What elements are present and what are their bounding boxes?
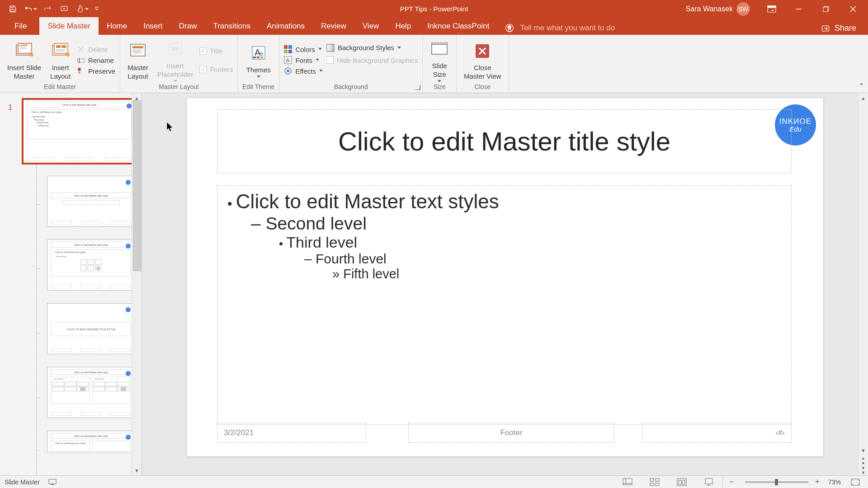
ribbon-display-options-button[interactable]	[758, 0, 785, 18]
group-label-master-layout: Master Layout	[159, 83, 199, 92]
svg-rect-0	[11, 6, 14, 8]
body-level-4: Fourth level	[304, 251, 781, 267]
slide-master-thumbnail[interactable]: Click to edit Master title style • Click…	[23, 99, 132, 163]
body-level-1: Click to edit Master text styles	[227, 190, 781, 213]
tab-view[interactable]: View	[354, 17, 387, 35]
close-master-view-button[interactable]: Close Master View	[461, 40, 504, 81]
title-bar-right: Sara Wanasek SW	[686, 0, 868, 18]
master-title-placeholder[interactable]: Click to edit Master title style	[217, 109, 792, 173]
group-label-edit-master: Edit Master	[44, 83, 76, 92]
tab-home[interactable]: Home	[99, 17, 135, 35]
tab-help[interactable]: Help	[387, 17, 419, 35]
svg-rect-69	[650, 483, 654, 486]
group-master-layout: Master Layout Insert Placeholder Title F…	[120, 35, 238, 93]
start-from-beginning-button[interactable]	[55, 0, 73, 18]
canvas-vertical-scrollbar[interactable]: ▲ ▼ ▲▲ ▼▼	[858, 93, 868, 475]
insert-slide-master-button[interactable]: ✶ Insert Slide Master	[5, 40, 44, 81]
user-name[interactable]: Sara Wanasek	[686, 5, 733, 13]
master-layout-icon	[128, 42, 147, 61]
tab-transitions[interactable]: Transitions	[205, 17, 259, 35]
insert-placeholder-icon	[166, 40, 185, 59]
tab-review[interactable]: Review	[313, 17, 354, 35]
next-slide-button[interactable]: ▼▼	[861, 465, 866, 475]
fit-to-window-button[interactable]	[847, 476, 863, 488]
title-checkbox: Title	[199, 47, 233, 55]
slideshow-view-button[interactable]	[695, 476, 722, 488]
master-layout-button[interactable]: Master Layout	[125, 40, 151, 81]
insert-layout-icon: ✶	[51, 42, 70, 61]
layout-thumbnail[interactable]: Click to edit Master title style • Click…	[47, 431, 132, 452]
svg-rect-44	[257, 56, 259, 58]
colors-button[interactable]: Colors	[284, 45, 323, 53]
group-label-edit-theme: Edit Theme	[242, 83, 274, 92]
svg-rect-68	[656, 479, 659, 481]
restore-button[interactable]	[812, 0, 840, 18]
tab-insert[interactable]: Insert	[135, 17, 171, 35]
display-settings-icon[interactable]	[48, 478, 57, 487]
group-edit-theme: Aa Themes Edit Theme	[238, 35, 279, 93]
ribbon-tabs: File Slide Master Home Insert Draw Trans…	[0, 18, 868, 35]
zoom-slider[interactable]	[745, 481, 808, 483]
slide-canvas-area[interactable]: INKИOE Edu Click to edit Master title st…	[142, 93, 868, 475]
tab-animations[interactable]: Animations	[259, 17, 313, 35]
mouse-cursor-icon	[166, 122, 174, 131]
scrollbar-thumb[interactable]	[133, 100, 141, 271]
insert-layout-button[interactable]: ✶ Insert Layout	[47, 40, 73, 81]
svg-rect-24	[61, 45, 66, 48]
fonts-button[interactable]: A Fonts	[284, 56, 323, 64]
user-avatar[interactable]: SW	[736, 2, 750, 16]
reading-view-button[interactable]	[668, 476, 695, 488]
svg-text:✶: ✶	[65, 51, 70, 59]
body-level-5: Fifth level	[332, 267, 781, 282]
undo-button[interactable]	[22, 0, 40, 18]
prev-slide-button[interactable]: ▲▲	[861, 455, 866, 465]
svg-rect-48	[284, 50, 288, 53]
scroll-down-button[interactable]: ▼	[132, 465, 142, 475]
tab-slide-master[interactable]: Slide Master	[39, 17, 98, 35]
layout-thumbnail[interactable]: Click to edit Master title style Second …	[47, 367, 132, 418]
collapse-ribbon-button[interactable]: ⌃	[859, 82, 864, 90]
redo-button[interactable]	[40, 0, 55, 18]
scroll-up-button[interactable]: ▲	[859, 93, 868, 103]
preserve-button[interactable]: Preserve	[77, 67, 115, 75]
zoom-in-button[interactable]: +	[813, 477, 822, 487]
background-dialog-launcher[interactable]	[415, 84, 420, 90]
zoom-slider-thumb[interactable]	[775, 479, 778, 485]
layout-thumbnail[interactable]: Click to edit Master title style	[47, 176, 132, 227]
slide-number-placeholder[interactable]: ‹#›	[642, 423, 792, 443]
scroll-down-button[interactable]: ▼	[861, 446, 866, 455]
layout-thumbnail[interactable]: Click to edit Master title style • Click…	[47, 239, 132, 291]
touch-mouse-mode-button[interactable]	[73, 0, 91, 18]
minimize-button[interactable]	[785, 0, 812, 18]
tab-inknoe-classpoint[interactable]: Inknoe ClassPoint	[419, 17, 497, 35]
slide-sorter-view-button[interactable]	[641, 476, 668, 488]
footer-placeholder[interactable]: Footer	[408, 423, 614, 443]
share-button[interactable]: Share	[809, 23, 868, 35]
thumbnail-scrollbar[interactable]: ▲ ▼	[132, 93, 142, 475]
chevron-down-icon	[397, 47, 401, 49]
group-background: Colors A Fonts Effects Background Sty	[279, 35, 423, 93]
date-placeholder[interactable]: 3/2/2021	[217, 423, 366, 443]
background-styles-button[interactable]: Background Styles	[326, 44, 418, 52]
effects-button[interactable]: Effects	[284, 67, 323, 75]
close-window-button[interactable]	[840, 0, 867, 18]
tell-me-search[interactable]: Tell me what you want to do	[497, 23, 622, 35]
themes-button[interactable]: Aa Themes	[244, 42, 274, 78]
tab-file[interactable]: File	[0, 17, 39, 35]
rename-button[interactable]: Rename	[77, 56, 115, 64]
footers-checkbox: Footers	[199, 66, 233, 73]
zoom-out-button[interactable]: −	[727, 477, 736, 487]
save-button[interactable]	[4, 0, 22, 18]
svg-rect-63	[51, 484, 54, 485]
customize-qat-button[interactable]	[91, 0, 102, 18]
tab-draw[interactable]: Draw	[171, 17, 205, 35]
normal-view-button[interactable]	[614, 476, 641, 488]
svg-rect-67	[650, 479, 654, 481]
slide-master-canvas[interactable]: INKИOE Edu Click to edit Master title st…	[186, 98, 824, 457]
slide-size-button[interactable]: Slide Size	[427, 38, 452, 83]
zoom-level[interactable]: 73%	[828, 479, 841, 486]
slide-master-icon: ✶	[15, 42, 34, 61]
master-number: 1	[8, 103, 12, 112]
layout-thumbnail[interactable]: CLICK TO EDIT MASTER TITLE STYLE	[47, 303, 132, 354]
master-body-placeholder[interactable]: Click to edit Master text styles Second …	[217, 185, 792, 425]
